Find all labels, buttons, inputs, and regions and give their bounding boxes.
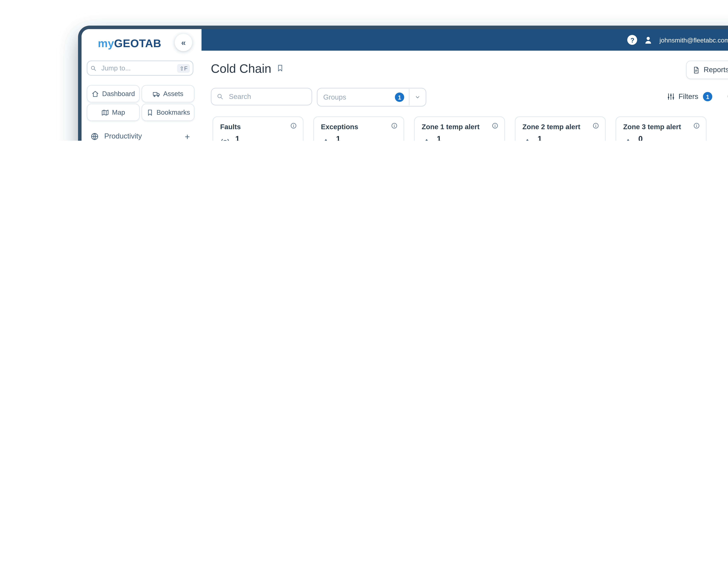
map-icon	[101, 109, 109, 116]
quick-button-label: Map	[112, 109, 125, 116]
kpi-value: 1	[538, 135, 542, 141]
groups-label: Groups	[323, 93, 346, 101]
collapse-icon: «	[181, 38, 186, 47]
reports-button[interactable]: Reports	[686, 61, 728, 79]
filters-sliders-icon[interactable]	[667, 93, 675, 101]
warning-triangle-icon	[522, 138, 532, 141]
jump-to-search[interactable]: ⇧F	[87, 61, 193, 76]
warning-triangle-icon	[422, 138, 432, 141]
info-icon[interactable]	[592, 122, 599, 129]
screenshot-stage: myGEOTAB « ⇧F Dashboard Assets Map	[0, 0, 728, 141]
bell-alert-icon	[220, 138, 230, 141]
reports-button-label: Reports	[704, 66, 728, 74]
filters-bar: Filters 1 Clear	[667, 88, 728, 105]
filters-count-badge: 1	[703, 92, 712, 101]
info-icon[interactable]	[391, 122, 398, 129]
kpi-title: Zone 1 temp alert	[422, 123, 479, 131]
groups-count-badge: 1	[395, 93, 404, 102]
search-field[interactable]	[211, 88, 312, 105]
search-icon	[217, 93, 224, 100]
kpi-card-zone2-temp-alert[interactable]: Zone 2 temp alert 1 Assets	[515, 116, 606, 141]
clear-filters-button[interactable]: Clear	[727, 93, 728, 101]
mygeotab-logo: myGEOTAB	[98, 37, 161, 50]
jump-to-input[interactable]	[100, 64, 174, 72]
kpi-title: Faults	[220, 123, 241, 131]
sidebar: myGEOTAB « ⇧F Dashboard Assets Map	[82, 29, 202, 141]
warning-triangle-icon	[321, 138, 331, 141]
kpi-value: 1	[235, 135, 240, 141]
page-title: Cold Chain	[211, 62, 271, 76]
info-icon[interactable]	[693, 122, 700, 129]
quick-button-label: Assets	[163, 90, 183, 97]
account-email[interactable]: johnsmith@fleetabc.com	[660, 36, 728, 43]
truck-icon	[153, 90, 160, 98]
app-window: myGEOTAB « ⇧F Dashboard Assets Map	[78, 26, 728, 141]
chevron-down-icon[interactable]	[415, 94, 420, 100]
sidebar-item-dashboard[interactable]: Dashboard	[87, 85, 140, 103]
kpi-card-zone1-temp-alert[interactable]: Zone 1 temp alert 1 Assets	[414, 116, 505, 141]
info-icon[interactable]	[290, 122, 297, 129]
sidebar-item-map[interactable]: Map	[87, 104, 140, 121]
groups-dropdown[interactable]: Groups 1	[317, 88, 426, 107]
help-icon[interactable]: ?	[628, 35, 637, 45]
kpi-card-exceptions[interactable]: Exceptions 1 Assets	[313, 116, 404, 141]
kpi-value: 1	[336, 135, 340, 141]
home-icon	[92, 90, 99, 98]
quick-button-label: Bookmarks	[157, 109, 190, 116]
bookmark-page-icon[interactable]	[276, 64, 284, 72]
dropdown-divider	[409, 89, 409, 105]
info-icon[interactable]	[492, 122, 499, 129]
expand-plus-icon[interactable]: +	[185, 132, 190, 141]
kpi-title: Zone 2 temp alert	[522, 123, 580, 131]
top-navbar: ? johnsmith@fleetabc.com	[202, 29, 728, 51]
nav-label: Productivity	[104, 132, 142, 140]
bookmark-icon	[146, 109, 154, 116]
report-doc-icon	[692, 66, 700, 74]
warning-triangle-icon	[623, 138, 633, 141]
filters-label[interactable]: Filters	[678, 93, 698, 101]
user-icon[interactable]	[643, 35, 654, 45]
search-icon	[90, 65, 97, 71]
sidebar-item-assets[interactable]: Assets	[142, 85, 195, 103]
kpi-value: 0	[638, 135, 643, 141]
app-content: myGEOTAB « ⇧F Dashboard Assets Map	[82, 29, 728, 141]
kpi-card-faults[interactable]: Faults 1 Assets	[213, 116, 303, 141]
kpi-title: Exceptions	[321, 123, 358, 131]
sidebar-collapse-button[interactable]: «	[175, 34, 192, 51]
kpi-value: 1	[437, 135, 441, 141]
kpi-title: Zone 3 temp alert	[623, 123, 681, 131]
sidebar-item-productivity[interactable]: Productivity+	[87, 128, 193, 141]
kpi-card-zone3-temp-alert[interactable]: Zone 3 temp alert 0 Assets	[616, 116, 706, 141]
search-input[interactable]	[228, 92, 306, 101]
account-area: ? johnsmith@fleetabc.com	[628, 29, 728, 51]
globe-icon	[90, 132, 99, 141]
logo-my: my	[98, 37, 114, 50]
logo-geotab: GEOTAB	[114, 37, 161, 50]
sidebar-item-bookmarks[interactable]: Bookmarks	[142, 104, 195, 121]
shortcut-badge: ⇧F	[177, 64, 190, 73]
quick-button-label: Dashboard	[102, 90, 135, 97]
